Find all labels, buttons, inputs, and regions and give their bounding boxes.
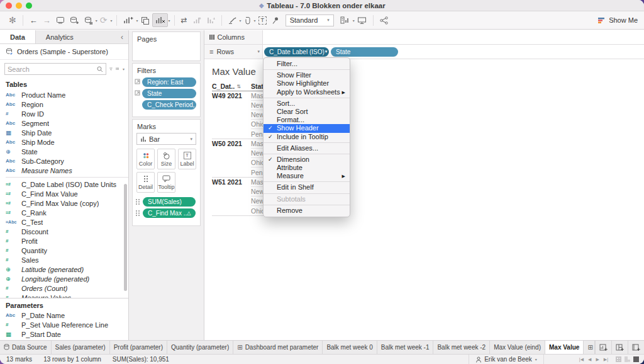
- search-input-box[interactable]: [4, 63, 106, 75]
- show-filmstrip-view-icon[interactable]: [625, 356, 630, 362]
- group-members-icon[interactable]: [242, 13, 253, 27]
- field-row[interactable]: AbcMeasure Names: [0, 166, 128, 175]
- show-tabs-view-icon[interactable]: [616, 356, 621, 362]
- tableau-logo-icon[interactable]: ✻: [6, 13, 19, 27]
- field-row[interactable]: =#C_Find Max Value (copy): [0, 198, 128, 208]
- sheet-tab-balk-met-week-0[interactable]: Balk met week 0: [323, 341, 377, 354]
- menu-item-show-highlighter[interactable]: Show Highlighter: [264, 79, 350, 88]
- menu-item-clear-sort[interactable]: Clear Sort: [264, 108, 350, 116]
- sheet-tab-max-value[interactable]: Max Value: [545, 341, 584, 354]
- field-row[interactable]: =AbcC_Test: [0, 217, 128, 227]
- week-column-header[interactable]: C_Dat..: [212, 82, 235, 90]
- new-worksheet-icon[interactable]: [121, 13, 136, 27]
- sheet-tab-sales-parameter[interactable]: Sales (parameter): [52, 341, 110, 354]
- field-row[interactable]: #Sales: [0, 255, 128, 264]
- view-options-icon[interactable]: [116, 65, 119, 72]
- collapse-pane-icon[interactable]: ‹: [116, 30, 128, 43]
- menu-item-edit-in-shelf[interactable]: Edit in Shelf: [264, 183, 350, 191]
- filter-pill[interactable]: Region: East: [142, 77, 196, 87]
- columns-shelf-content[interactable]: [263, 30, 644, 44]
- new-dashboard-button[interactable]: [611, 341, 628, 354]
- field-row[interactable]: =#C_Rank: [0, 208, 128, 217]
- filter-pill[interactable]: State: [142, 89, 196, 98]
- view-options-caret-icon[interactable]: ▾: [123, 67, 125, 71]
- field-row[interactable]: ⊕Latitude (generated): [0, 264, 128, 274]
- field-row[interactable]: #Orders (Count): [0, 283, 128, 293]
- pill-caret-icon[interactable]: ▾: [325, 49, 328, 54]
- field-row[interactable]: AbcShip Mode: [0, 137, 128, 147]
- field-row[interactable]: AbcProduct Name: [0, 90, 128, 100]
- field-row[interactable]: #Measure Values: [0, 293, 128, 298]
- field-row[interactable]: =#C_Date Label (ISO) Date Units: [0, 179, 128, 189]
- field-row[interactable]: ⊕Longitude (generated): [0, 274, 128, 283]
- sheet-tab-max-value-eind[interactable]: Max Value (eind): [490, 341, 545, 354]
- tooltip-button[interactable]: Tooltip: [157, 172, 175, 193]
- tab-analytics[interactable]: Analytics: [36, 30, 84, 43]
- sheet-tab-balk-met-week-2[interactable]: Balk met week -2: [433, 341, 490, 354]
- show-hide-cards-icon[interactable]: [338, 13, 352, 27]
- marks-pill[interactable]: SUM(Sales): [143, 197, 196, 207]
- menu-item-attribute[interactable]: Attribute: [264, 164, 350, 172]
- fix-axes-pin-icon[interactable]: [269, 13, 282, 27]
- show-mark-labels-icon[interactable]: T: [256, 13, 269, 27]
- menu-item-show-header[interactable]: ✓Show Header: [264, 124, 350, 132]
- pause-auto-updates-icon[interactable]: [82, 13, 95, 27]
- first-tab-icon[interactable]: |◀: [579, 357, 584, 362]
- sort-indicator-icon[interactable]: ⇅: [236, 84, 241, 89]
- field-row[interactable]: #Profit: [0, 236, 128, 246]
- clear-sheet-icon[interactable]: [152, 13, 168, 27]
- field-row[interactable]: ▦P_Start Date: [0, 329, 128, 339]
- label-button[interactable]: T Label: [178, 149, 196, 169]
- sheet-tab-balk-met-week-1[interactable]: Balk met week -1: [377, 341, 434, 354]
- duplicate-sheet-icon[interactable]: [138, 13, 152, 27]
- field-row[interactable]: #Row ID: [0, 109, 128, 118]
- columns-shelf[interactable]: Columns: [204, 30, 644, 45]
- sheet-tab-dashboard-met-vergelijk[interactable]: ⊞Dashboard met vergelijk: [584, 341, 595, 354]
- color-button[interactable]: Color: [136, 149, 155, 169]
- menu-item-sort[interactable]: Sort...: [264, 100, 350, 108]
- field-row[interactable]: AbcP_Date Name: [0, 310, 128, 320]
- undo-back-icon[interactable]: ←: [27, 13, 40, 27]
- sheet-tab-dashboard-met-parameter[interactable]: ⊞Dashboard met parameter: [233, 341, 323, 354]
- menu-item-edit-aliases[interactable]: Edit Aliases...: [264, 144, 350, 152]
- size-button[interactable]: Size: [157, 149, 175, 169]
- field-list-scrollbar[interactable]: [124, 184, 127, 291]
- week-header[interactable]: W49 2021: [212, 92, 242, 100]
- new-story-button[interactable]: [628, 341, 644, 354]
- field-row[interactable]: #Quantity: [0, 246, 128, 255]
- menu-item-remove[interactable]: Remove: [264, 207, 350, 215]
- menu-item-format[interactable]: Format...: [264, 116, 350, 124]
- next-tab-icon[interactable]: ▶: [596, 357, 599, 362]
- rows-shelf-pill[interactable]: State: [331, 47, 398, 57]
- field-row[interactable]: AbcSegment: [0, 118, 128, 128]
- rows-shelf-content[interactable]: C_Date Label (ISO)▾State: [263, 45, 644, 59]
- menu-item-filter[interactable]: Filter...: [264, 60, 350, 68]
- menu-item-show-filter[interactable]: Show Filter: [264, 71, 350, 79]
- field-row[interactable]: =#C_Find Max Value: [0, 189, 128, 198]
- field-row[interactable]: #Discount: [0, 227, 128, 236]
- share-workbook-icon[interactable]: [377, 13, 391, 27]
- swap-rows-columns-icon[interactable]: ⇄: [179, 13, 190, 27]
- week-header[interactable]: W50 2021: [212, 140, 242, 147]
- new-data-source-icon[interactable]: [67, 13, 82, 27]
- fit-selector[interactable]: Standard ▾: [286, 14, 334, 26]
- sheet-tab-profit-parameter[interactable]: Profit (parameter): [110, 341, 167, 354]
- sheet-tab-data-source[interactable]: Data Source: [0, 341, 52, 354]
- show-me-button[interactable]: Show Me: [597, 16, 638, 24]
- field-row[interactable]: ⊕State: [0, 147, 128, 156]
- signed-in-user[interactable]: Erik van de Beek ▾: [469, 355, 544, 364]
- search-input[interactable]: [8, 65, 97, 73]
- tab-data[interactable]: Data: [0, 30, 36, 43]
- field-row[interactable]: ▦Ship Date: [0, 128, 128, 137]
- redo-forward-icon[interactable]: →: [40, 13, 53, 27]
- mark-type-dropdown[interactable]: Bar ▾: [136, 133, 196, 145]
- highlight-icon[interactable]: [226, 13, 239, 27]
- sort-ascending-icon[interactable]: [190, 13, 204, 27]
- run-update-icon[interactable]: ⟳: [97, 13, 110, 27]
- filter-pill[interactable]: C_Check Period, ..: [142, 100, 196, 110]
- datasource-row[interactable]: Orders (Sample - Superstore): [0, 44, 128, 60]
- field-row[interactable]: AbcSub-Category: [0, 156, 128, 166]
- field-row[interactable]: #P_Set Value Reference Line: [0, 320, 128, 329]
- clear-sheet-caret-icon[interactable]: ▾: [169, 18, 170, 23]
- new-worksheet-tab-button[interactable]: [595, 341, 611, 354]
